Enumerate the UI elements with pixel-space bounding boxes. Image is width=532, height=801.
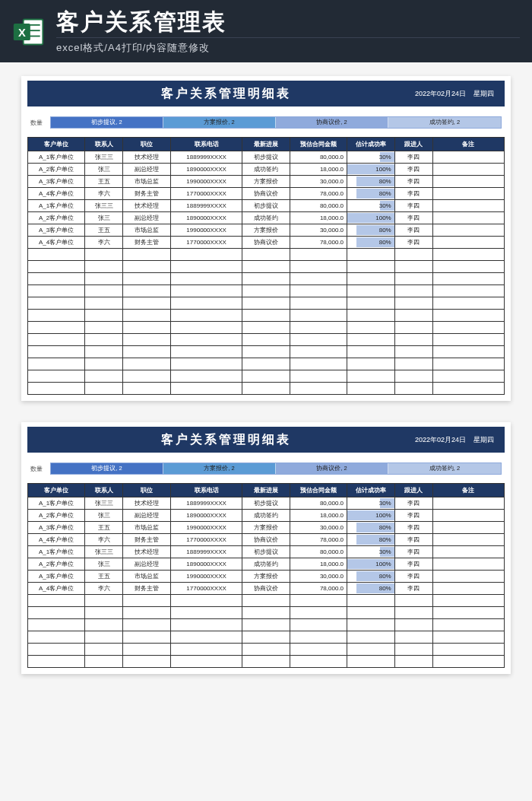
cell-remark: [432, 546, 504, 558]
sheet-weekday: 星期四: [473, 89, 494, 99]
cell-title: 财务主管: [123, 534, 171, 546]
cell-title: 市场总监: [123, 571, 171, 583]
table-row-empty: [28, 310, 505, 322]
cell-amount: 18,000.0: [290, 558, 347, 571]
cell-amount: 78,000.0: [290, 188, 347, 200]
cell-remark: [432, 497, 504, 510]
cell-unit: A_1客户单位: [28, 200, 85, 212]
cell-owner: 李四: [394, 510, 432, 522]
table-row: A_1客户单位张三三技术经理1889999XXXX初步提议80,000.030%…: [28, 497, 505, 510]
cell-progress: 成功签约: [242, 558, 290, 571]
sheet-weekday: 星期四: [473, 435, 494, 445]
column-header: 备注: [432, 484, 504, 497]
cell-rate: 30%: [347, 200, 395, 212]
cell-remark: [432, 583, 504, 595]
cell-rate: 80%: [347, 534, 395, 546]
cell-contact: 李六: [85, 534, 123, 546]
cell-owner: 李四: [394, 534, 432, 546]
cell-amount: 30,000.0: [290, 224, 347, 237]
chart-segment: 协商议价, 2: [276, 463, 388, 474]
cell-progress: 方案报价: [242, 176, 290, 188]
table-row: A_1客户单位张三三技术经理1889999XXXX初步提议80,000.030%…: [28, 200, 505, 212]
cell-progress: 方案报价: [242, 571, 290, 583]
chart-segment: 方案报价, 2: [163, 463, 276, 474]
cell-progress: 成功签约: [242, 212, 290, 224]
table-row-empty: [28, 358, 505, 370]
cell-phone: 1770000XXXX: [171, 583, 242, 595]
cell-contact: 张三: [85, 558, 123, 571]
cell-unit: A_4客户单位: [28, 237, 85, 249]
cell-rate: 30%: [347, 151, 395, 164]
column-header: 跟进人: [394, 138, 432, 151]
cell-phone: 1890000XXXX: [171, 558, 242, 571]
table-row-empty: [28, 595, 505, 607]
cell-title: 技术经理: [123, 497, 171, 510]
cell-owner: 李四: [394, 546, 432, 558]
cell-title: 财务主管: [123, 237, 171, 249]
table-row: A_4客户单位李六财务主管1770000XXXX协商议价78,000.080%李…: [28, 583, 505, 595]
cell-amount: 78,000.0: [290, 534, 347, 546]
cell-progress: 初步提议: [242, 200, 290, 212]
cell-owner: 李四: [394, 200, 432, 212]
cell-rate: 80%: [347, 583, 395, 595]
table-row-empty: [28, 607, 505, 619]
cell-rate: 100%: [347, 510, 395, 522]
table-row-empty: [28, 261, 505, 273]
chart-segment: 成功签约, 2: [388, 117, 501, 128]
column-header: 最新进展: [242, 484, 290, 497]
cell-amount: 30,000.0: [290, 522, 347, 534]
sheet-title: 客户关系管理明细表: [38, 432, 415, 448]
cell-unit: A_2客户单位: [28, 164, 85, 176]
cell-title: 副总经理: [123, 212, 171, 224]
cell-title: 副总经理: [123, 558, 171, 571]
cell-title: 技术经理: [123, 546, 171, 558]
cell-remark: [432, 522, 504, 534]
cell-unit: A_1客户单位: [28, 546, 85, 558]
cell-phone: 1990000XXXX: [171, 522, 242, 534]
cell-unit: A_2客户单位: [28, 212, 85, 224]
table-row: A_2客户单位张三副总经理1890000XXXX成功签约18,000.0100%…: [28, 510, 505, 522]
cell-rate: 80%: [347, 571, 395, 583]
cell-unit: A_4客户单位: [28, 583, 85, 595]
cell-progress: 成功签约: [242, 164, 290, 176]
cell-contact: 张三: [85, 212, 123, 224]
stacked-bar-chart: 数量初步提议, 2方案报价, 2协商议价, 2成功签约, 2: [30, 460, 502, 477]
cell-amount: 18,000.0: [290, 510, 347, 522]
cell-remark: [432, 224, 504, 237]
cell-phone: 1889999XXXX: [171, 497, 242, 510]
column-header: 联系电话: [171, 138, 242, 151]
cell-amount: 30,000.0: [290, 176, 347, 188]
table-row: A_3客户单位王五市场总监1990000XXXX方案报价30,000.080%李…: [28, 176, 505, 188]
table-row-empty: [28, 631, 505, 644]
cell-amount: 80,000.0: [290, 151, 347, 164]
data-table: 客户单位联系人职位联系电话最新进展预估合同金额估计成功率跟进人备注A_1客户单位…: [27, 137, 505, 395]
table-row-empty: [28, 370, 505, 383]
cell-amount: 78,000.0: [290, 583, 347, 595]
table-row-empty: [28, 249, 505, 261]
column-header: 职位: [123, 484, 171, 497]
page-title: 客户关系管理表: [56, 9, 520, 34]
cell-phone: 1889999XXXX: [171, 151, 242, 164]
table-row: A_4客户单位李六财务主管1770000XXXX协商议价78,000.080%李…: [28, 237, 505, 249]
cell-phone: 1890000XXXX: [171, 212, 242, 224]
cell-progress: 方案报价: [242, 224, 290, 237]
cell-progress: 初步提议: [242, 546, 290, 558]
cell-title: 副总经理: [123, 510, 171, 522]
cell-remark: [432, 571, 504, 583]
table-row: A_2客户单位张三副总经理1890000XXXX成功签约18,000.0100%…: [28, 558, 505, 571]
cell-owner: 李四: [394, 583, 432, 595]
sheets-container: 客户关系管理明细表2022年02月24日星期四数量初步提议, 2方案报价, 2协…: [0, 62, 532, 688]
cell-phone: 1990000XXXX: [171, 176, 242, 188]
excel-icon: X: [12, 15, 46, 49]
column-header: 预估合同金额: [290, 484, 347, 497]
table-row: A_1客户单位张三三技术经理1889999XXXX初步提议80,000.030%…: [28, 151, 505, 164]
cell-phone: 1770000XXXX: [171, 237, 242, 249]
cell-contact: 李六: [85, 237, 123, 249]
cell-rate: 30%: [347, 546, 395, 558]
table-row: A_2客户单位张三副总经理1890000XXXX成功签约18,000.0100%…: [28, 212, 505, 224]
table-row-empty: [28, 322, 505, 334]
cell-progress: 初步提议: [242, 497, 290, 510]
table-row-empty: [28, 346, 505, 358]
cell-amount: 80,000.0: [290, 200, 347, 212]
cell-unit: A_3客户单位: [28, 224, 85, 237]
